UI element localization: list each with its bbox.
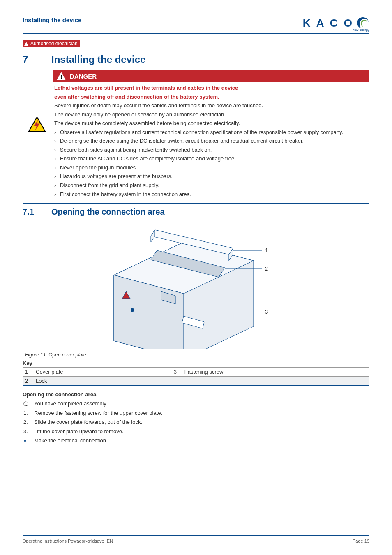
danger-bullet-list: Observe all safety regulations and curre… bbox=[54, 129, 369, 198]
procedure-heading: Opening the connection area bbox=[23, 391, 369, 398]
danger-triangle-icon: ! bbox=[57, 72, 66, 80]
step-number: 3. bbox=[23, 428, 28, 435]
danger-bullet: Never open the plug-in modules. bbox=[54, 164, 369, 171]
step-number: 1. bbox=[23, 409, 28, 417]
callout-3: 3 bbox=[265, 309, 268, 315]
key-num: 3 bbox=[171, 368, 182, 377]
figure-caption: Figure 11: Open cover plate bbox=[25, 352, 369, 358]
procedure-text: Lift the cover plate upward to remove. bbox=[34, 428, 124, 435]
key-text bbox=[182, 377, 369, 386]
key-num: 2 bbox=[23, 377, 33, 386]
procedure-text: You have completed assembly. bbox=[34, 400, 108, 407]
procedure-text: Remove the fastening screw for the upper… bbox=[34, 410, 162, 416]
procedure-text: Slide the cover plate forwards, out of t… bbox=[34, 419, 142, 425]
page-footer: Operating instructions Powador-gridsave_… bbox=[23, 535, 369, 543]
key-table: 1 Cover plate 3 Fastening screw 2 Lock bbox=[23, 367, 369, 386]
danger-bullet: De-energise the device using the DC isol… bbox=[54, 137, 369, 145]
subsection-number: 7.1 bbox=[23, 207, 51, 217]
danger-head2: even after switching off and disconnecti… bbox=[54, 93, 369, 101]
danger-bullet: Ensure that the AC and DC sides are comp… bbox=[54, 155, 369, 162]
danger-bullet: First connect the battery system in the … bbox=[54, 191, 369, 198]
header-title: Installing the device bbox=[23, 16, 81, 23]
cover-plate-illustration: 1 2 3 bbox=[89, 222, 303, 349]
logo-text: K A C O bbox=[303, 17, 354, 30]
section-title: Installing the device bbox=[51, 54, 145, 65]
danger-label: DANGER bbox=[70, 73, 97, 80]
danger-p2: The device may only be opened or service… bbox=[54, 111, 369, 118]
result-mark: » bbox=[23, 437, 26, 444]
procedure-list: You have completed assembly. 1. Remove t… bbox=[23, 400, 369, 444]
danger-body: Lethal voltages are still present in the… bbox=[53, 82, 369, 198]
footer-right: Page 19 bbox=[353, 539, 369, 543]
procedure-text: Make the electrical connection. bbox=[34, 437, 107, 444]
key-num bbox=[171, 377, 182, 386]
danger-bar: ! DANGER bbox=[53, 70, 369, 82]
procedure-step: 1. Remove the fastening screw for the up… bbox=[23, 409, 369, 417]
step-number: 2. bbox=[23, 419, 28, 426]
section-number: 7 bbox=[23, 54, 51, 65]
page-header: Installing the device K A C O new energy bbox=[23, 16, 369, 34]
authorised-electrician-badge: Authorised electrician bbox=[23, 40, 80, 47]
svg-marker-6 bbox=[151, 230, 155, 242]
section-heading: 7Installing the device bbox=[23, 54, 369, 65]
danger-bullet: Hazardous voltages are present at the bu… bbox=[54, 173, 369, 180]
procedure-result: » Make the electrical connection. bbox=[23, 437, 369, 444]
key-row: 2 Lock bbox=[23, 377, 369, 386]
high-voltage-icon bbox=[28, 116, 46, 132]
key-row: 1 Cover plate 3 Fastening screw bbox=[23, 368, 369, 377]
precondition-icon bbox=[23, 400, 28, 407]
callout-1: 1 bbox=[265, 247, 268, 253]
danger-p1: Severe injuries or death may occur if th… bbox=[54, 102, 369, 109]
procedure-step: 2. Slide the cover plate forwards, out o… bbox=[23, 419, 369, 426]
key-text: Fastening screw bbox=[182, 368, 369, 377]
procedure-precondition: You have completed assembly. bbox=[23, 400, 369, 407]
key-num: 1 bbox=[23, 368, 33, 377]
warning-triangle-icon bbox=[24, 42, 28, 46]
procedure-step: 3. Lift the cover plate upward to remove… bbox=[23, 428, 369, 435]
callout-2: 2 bbox=[265, 266, 268, 272]
key-text: Lock bbox=[33, 377, 171, 386]
key-text: Cover plate bbox=[33, 368, 171, 377]
key-heading: Key bbox=[23, 360, 369, 366]
logo: K A C O new energy bbox=[303, 16, 369, 32]
subsection-title: Opening the connection area bbox=[51, 207, 165, 216]
figure: 1 2 3 bbox=[23, 222, 369, 350]
danger-head1: Lethal voltages are still present in the… bbox=[54, 84, 369, 92]
danger-bullet: Secure both sides against being inadvert… bbox=[54, 146, 369, 154]
danger-bullet: Disconnect from the grid and plant suppl… bbox=[54, 182, 369, 189]
danger-bullet: Observe all safety regulations and curre… bbox=[54, 129, 369, 136]
auth-badge-label: Authorised electrician bbox=[30, 41, 78, 46]
subsection-heading: 7.1Opening the connection area bbox=[23, 207, 369, 217]
divider bbox=[23, 204, 369, 204]
danger-p3: The device must be completely assembled … bbox=[54, 120, 369, 127]
footer-left: Operating instructions Powador-gridsave_… bbox=[23, 539, 113, 543]
svg-point-11 bbox=[131, 308, 134, 312]
